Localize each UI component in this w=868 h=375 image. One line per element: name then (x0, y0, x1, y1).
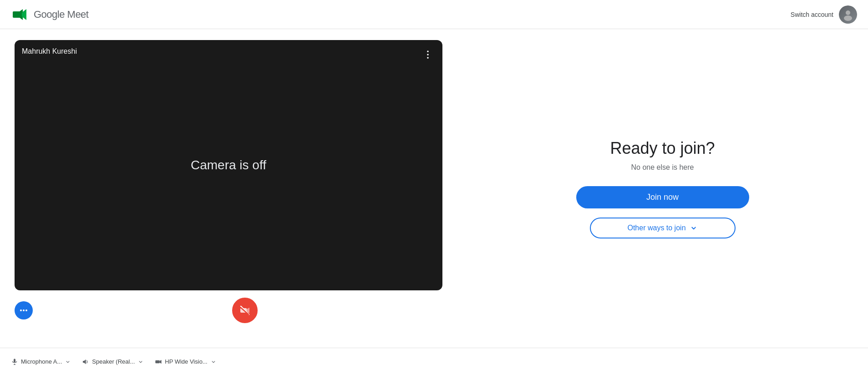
svg-point-8 (20, 309, 22, 311)
svg-rect-11 (211, 306, 213, 311)
svg-point-10 (25, 309, 27, 311)
header-right: Switch account (791, 5, 857, 24)
video-preview: Mahrukh Kureshi Camera is off (15, 40, 442, 290)
svg-point-7 (427, 57, 429, 59)
join-now-button[interactable]: Join now (576, 186, 749, 208)
svg-rect-21 (14, 359, 15, 362)
left-panel: Mahrukh Kureshi Camera is off (0, 29, 457, 348)
speaker-device-label: Speaker (Real... (92, 358, 135, 365)
right-panel: Ready to join? No one else is here Join … (457, 29, 868, 348)
switch-account-label[interactable]: Switch account (791, 11, 833, 18)
microphone-device-selector[interactable]: Microphone A... (11, 358, 71, 365)
svg-point-20 (432, 308, 433, 309)
speaker-icon (82, 358, 89, 365)
svg-point-5 (427, 51, 429, 52)
svg-marker-24 (83, 359, 86, 364)
camera-button[interactable] (232, 298, 258, 323)
other-ways-label: Other ways to join (627, 224, 685, 232)
bottom-bar: Microphone A... Speaker (Real... HP Wide… (0, 348, 868, 375)
speaker-chevron-icon (137, 359, 144, 365)
participant-name: Mahrukh Kureshi (22, 47, 77, 56)
ready-title: Ready to join? (610, 139, 715, 158)
google-meet-logo-icon (11, 5, 29, 24)
camera-device-selector[interactable]: HP Wide Visio... (155, 358, 216, 365)
svg-point-4 (844, 15, 852, 21)
user-avatar[interactable] (839, 5, 857, 24)
svg-marker-26 (160, 360, 162, 364)
svg-point-6 (427, 54, 429, 56)
microphone-chevron-icon (65, 359, 71, 365)
main-controls (199, 298, 258, 323)
camera-off-label: Camera is off (191, 158, 266, 172)
app-header: Google Meet Switch account (0, 0, 868, 29)
chevron-down-icon (690, 224, 698, 232)
no-one-text: No one else is here (631, 163, 694, 172)
microphone-device-label: Microphone A... (21, 358, 62, 365)
svg-point-3 (846, 10, 850, 15)
svg-rect-25 (156, 360, 160, 363)
more-vert-icon (422, 49, 433, 60)
more-horiz-icon (19, 306, 28, 315)
microphone-button[interactable] (199, 298, 225, 323)
svg-point-19 (427, 308, 429, 310)
svg-point-9 (23, 309, 25, 311)
speaker-device-selector[interactable]: Speaker (Real... (82, 358, 144, 365)
svg-rect-1 (13, 11, 22, 18)
app-title: Google Meet (34, 9, 88, 20)
microphone-small-icon (11, 358, 18, 365)
camera-off-icon (239, 305, 250, 316)
other-ways-button[interactable]: Other ways to join (590, 218, 736, 238)
more-options-left-button[interactable] (15, 301, 33, 319)
control-bar (15, 290, 442, 330)
effects-button[interactable] (417, 298, 442, 323)
camera-device-label: HP Wide Visio... (165, 358, 207, 365)
camera-small-icon (155, 358, 162, 365)
avatar-icon (842, 8, 854, 21)
main-content: Mahrukh Kureshi Camera is off (0, 29, 868, 348)
effects-icon (424, 304, 436, 316)
microphone-icon (207, 305, 218, 316)
camera-chevron-icon (210, 359, 217, 365)
svg-rect-18 (425, 306, 435, 314)
video-more-options-button[interactable] (419, 46, 437, 64)
logo-area: Google Meet (11, 5, 88, 24)
